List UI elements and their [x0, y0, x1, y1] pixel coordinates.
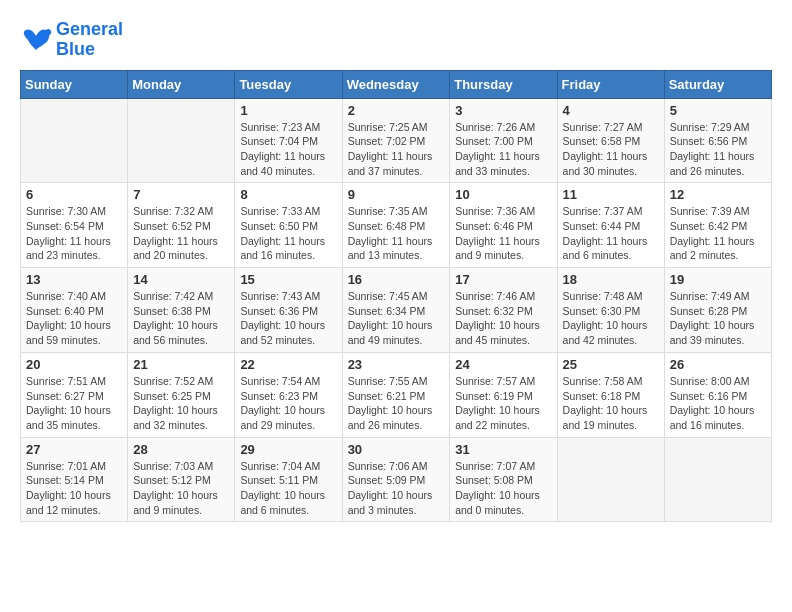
day-number: 16 — [348, 272, 445, 287]
calendar-cell — [664, 437, 771, 522]
day-info: Sunrise: 7:36 AMSunset: 6:46 PMDaylight:… — [455, 204, 551, 263]
calendar-cell: 15Sunrise: 7:43 AMSunset: 6:36 PMDayligh… — [235, 268, 342, 353]
day-number: 25 — [563, 357, 659, 372]
calendar-cell — [128, 98, 235, 183]
calendar-week-3: 13Sunrise: 7:40 AMSunset: 6:40 PMDayligh… — [21, 268, 772, 353]
day-number: 1 — [240, 103, 336, 118]
day-number: 10 — [455, 187, 551, 202]
calendar-cell: 14Sunrise: 7:42 AMSunset: 6:38 PMDayligh… — [128, 268, 235, 353]
day-number: 17 — [455, 272, 551, 287]
day-number: 13 — [26, 272, 122, 287]
calendar-cell: 25Sunrise: 7:58 AMSunset: 6:18 PMDayligh… — [557, 352, 664, 437]
day-info: Sunrise: 7:49 AMSunset: 6:28 PMDaylight:… — [670, 289, 766, 348]
day-number: 14 — [133, 272, 229, 287]
page-header: General Blue — [20, 20, 772, 60]
day-info: Sunrise: 7:06 AMSunset: 5:09 PMDaylight:… — [348, 459, 445, 518]
calendar-cell — [21, 98, 128, 183]
day-info: Sunrise: 7:23 AMSunset: 7:04 PMDaylight:… — [240, 120, 336, 179]
day-number: 8 — [240, 187, 336, 202]
day-number: 12 — [670, 187, 766, 202]
day-number: 3 — [455, 103, 551, 118]
day-info: Sunrise: 7:42 AMSunset: 6:38 PMDaylight:… — [133, 289, 229, 348]
day-number: 28 — [133, 442, 229, 457]
day-info: Sunrise: 7:30 AMSunset: 6:54 PMDaylight:… — [26, 204, 122, 263]
calendar-cell: 24Sunrise: 7:57 AMSunset: 6:19 PMDayligh… — [450, 352, 557, 437]
calendar-week-1: 1Sunrise: 7:23 AMSunset: 7:04 PMDaylight… — [21, 98, 772, 183]
day-info: Sunrise: 7:57 AMSunset: 6:19 PMDaylight:… — [455, 374, 551, 433]
day-number: 2 — [348, 103, 445, 118]
day-info: Sunrise: 7:03 AMSunset: 5:12 PMDaylight:… — [133, 459, 229, 518]
day-info: Sunrise: 7:39 AMSunset: 6:42 PMDaylight:… — [670, 204, 766, 263]
logo: General Blue — [20, 20, 123, 60]
logo-text: General Blue — [56, 20, 123, 60]
weekday-header-wednesday: Wednesday — [342, 70, 450, 98]
day-info: Sunrise: 7:01 AMSunset: 5:14 PMDaylight:… — [26, 459, 122, 518]
day-info: Sunrise: 7:51 AMSunset: 6:27 PMDaylight:… — [26, 374, 122, 433]
day-info: Sunrise: 7:07 AMSunset: 5:08 PMDaylight:… — [455, 459, 551, 518]
calendar-cell: 10Sunrise: 7:36 AMSunset: 6:46 PMDayligh… — [450, 183, 557, 268]
calendar-cell: 23Sunrise: 7:55 AMSunset: 6:21 PMDayligh… — [342, 352, 450, 437]
calendar-cell: 13Sunrise: 7:40 AMSunset: 6:40 PMDayligh… — [21, 268, 128, 353]
day-number: 23 — [348, 357, 445, 372]
calendar-cell: 18Sunrise: 7:48 AMSunset: 6:30 PMDayligh… — [557, 268, 664, 353]
day-info: Sunrise: 7:37 AMSunset: 6:44 PMDaylight:… — [563, 204, 659, 263]
calendar-cell: 11Sunrise: 7:37 AMSunset: 6:44 PMDayligh… — [557, 183, 664, 268]
day-number: 29 — [240, 442, 336, 457]
day-number: 27 — [26, 442, 122, 457]
day-number: 26 — [670, 357, 766, 372]
day-info: Sunrise: 7:55 AMSunset: 6:21 PMDaylight:… — [348, 374, 445, 433]
calendar-week-4: 20Sunrise: 7:51 AMSunset: 6:27 PMDayligh… — [21, 352, 772, 437]
day-number: 19 — [670, 272, 766, 287]
calendar-week-5: 27Sunrise: 7:01 AMSunset: 5:14 PMDayligh… — [21, 437, 772, 522]
calendar-cell: 6Sunrise: 7:30 AMSunset: 6:54 PMDaylight… — [21, 183, 128, 268]
day-info: Sunrise: 7:43 AMSunset: 6:36 PMDaylight:… — [240, 289, 336, 348]
calendar-cell: 7Sunrise: 7:32 AMSunset: 6:52 PMDaylight… — [128, 183, 235, 268]
day-info: Sunrise: 7:52 AMSunset: 6:25 PMDaylight:… — [133, 374, 229, 433]
day-number: 15 — [240, 272, 336, 287]
calendar-cell: 4Sunrise: 7:27 AMSunset: 6:58 PMDaylight… — [557, 98, 664, 183]
weekday-header-saturday: Saturday — [664, 70, 771, 98]
day-info: Sunrise: 8:00 AMSunset: 6:16 PMDaylight:… — [670, 374, 766, 433]
day-info: Sunrise: 7:40 AMSunset: 6:40 PMDaylight:… — [26, 289, 122, 348]
day-info: Sunrise: 7:25 AMSunset: 7:02 PMDaylight:… — [348, 120, 445, 179]
calendar-cell — [557, 437, 664, 522]
calendar-cell: 28Sunrise: 7:03 AMSunset: 5:12 PMDayligh… — [128, 437, 235, 522]
day-number: 6 — [26, 187, 122, 202]
calendar-cell: 30Sunrise: 7:06 AMSunset: 5:09 PMDayligh… — [342, 437, 450, 522]
day-info: Sunrise: 7:04 AMSunset: 5:11 PMDaylight:… — [240, 459, 336, 518]
day-number: 18 — [563, 272, 659, 287]
calendar-cell: 1Sunrise: 7:23 AMSunset: 7:04 PMDaylight… — [235, 98, 342, 183]
calendar-cell: 3Sunrise: 7:26 AMSunset: 7:00 PMDaylight… — [450, 98, 557, 183]
day-info: Sunrise: 7:32 AMSunset: 6:52 PMDaylight:… — [133, 204, 229, 263]
day-number: 30 — [348, 442, 445, 457]
day-number: 21 — [133, 357, 229, 372]
calendar-cell: 21Sunrise: 7:52 AMSunset: 6:25 PMDayligh… — [128, 352, 235, 437]
calendar-cell: 19Sunrise: 7:49 AMSunset: 6:28 PMDayligh… — [664, 268, 771, 353]
calendar-cell: 12Sunrise: 7:39 AMSunset: 6:42 PMDayligh… — [664, 183, 771, 268]
day-number: 24 — [455, 357, 551, 372]
calendar-cell: 22Sunrise: 7:54 AMSunset: 6:23 PMDayligh… — [235, 352, 342, 437]
day-info: Sunrise: 7:58 AMSunset: 6:18 PMDaylight:… — [563, 374, 659, 433]
weekday-header-tuesday: Tuesday — [235, 70, 342, 98]
day-info: Sunrise: 7:46 AMSunset: 6:32 PMDaylight:… — [455, 289, 551, 348]
calendar-cell: 2Sunrise: 7:25 AMSunset: 7:02 PMDaylight… — [342, 98, 450, 183]
day-number: 7 — [133, 187, 229, 202]
weekday-header-sunday: Sunday — [21, 70, 128, 98]
calendar-cell: 17Sunrise: 7:46 AMSunset: 6:32 PMDayligh… — [450, 268, 557, 353]
day-info: Sunrise: 7:27 AMSunset: 6:58 PMDaylight:… — [563, 120, 659, 179]
day-number: 4 — [563, 103, 659, 118]
calendar-cell: 26Sunrise: 8:00 AMSunset: 6:16 PMDayligh… — [664, 352, 771, 437]
day-number: 22 — [240, 357, 336, 372]
calendar-cell: 8Sunrise: 7:33 AMSunset: 6:50 PMDaylight… — [235, 183, 342, 268]
weekday-header-monday: Monday — [128, 70, 235, 98]
day-info: Sunrise: 7:29 AMSunset: 6:56 PMDaylight:… — [670, 120, 766, 179]
day-info: Sunrise: 7:54 AMSunset: 6:23 PMDaylight:… — [240, 374, 336, 433]
calendar-cell: 16Sunrise: 7:45 AMSunset: 6:34 PMDayligh… — [342, 268, 450, 353]
day-number: 11 — [563, 187, 659, 202]
calendar-cell: 29Sunrise: 7:04 AMSunset: 5:11 PMDayligh… — [235, 437, 342, 522]
calendar-cell: 31Sunrise: 7:07 AMSunset: 5:08 PMDayligh… — [450, 437, 557, 522]
day-number: 31 — [455, 442, 551, 457]
calendar-week-2: 6Sunrise: 7:30 AMSunset: 6:54 PMDaylight… — [21, 183, 772, 268]
day-number: 5 — [670, 103, 766, 118]
weekday-header-row: SundayMondayTuesdayWednesdayThursdayFrid… — [21, 70, 772, 98]
